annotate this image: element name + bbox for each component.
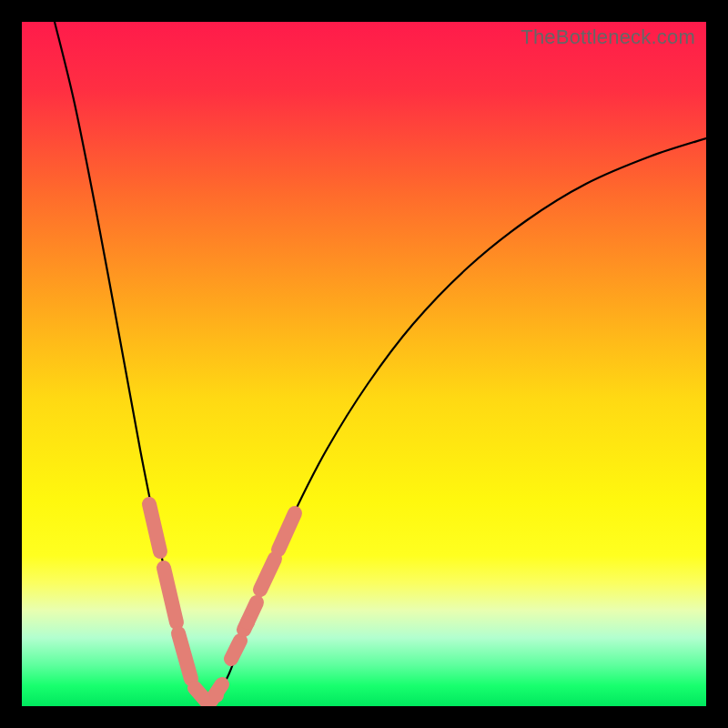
chart-plot-area: TheBottleneck.com — [22, 22, 706, 706]
watermark-label: TheBottleneck.com — [521, 25, 695, 49]
svg-point-11 — [240, 615, 255, 630]
data-markers — [22, 22, 706, 706]
svg-line-6 — [231, 641, 240, 659]
svg-line-9 — [278, 513, 295, 550]
svg-line-2 — [164, 568, 177, 622]
svg-line-8 — [260, 559, 275, 590]
svg-line-1 — [149, 504, 160, 551]
svg-point-10 — [209, 688, 224, 703]
svg-line-3 — [178, 633, 191, 679]
